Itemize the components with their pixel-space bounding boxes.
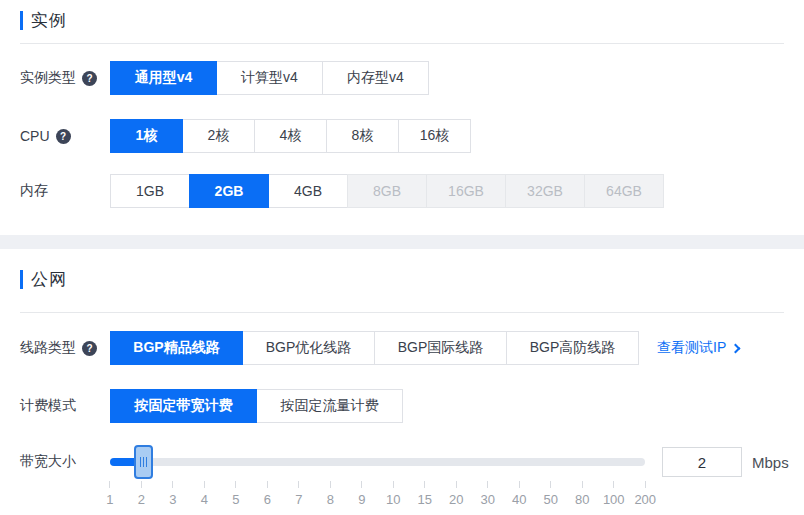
section-title-instance: 实例: [31, 9, 67, 32]
section-header-network: 公网: [20, 268, 804, 290]
option-button[interactable]: 16核: [398, 119, 471, 153]
divider: [20, 312, 784, 313]
tick: 40: [504, 481, 536, 507]
help-icon[interactable]: ?: [82, 341, 97, 356]
option-button[interactable]: 4核: [254, 119, 327, 153]
tick: 30: [472, 481, 504, 507]
option-button[interactable]: 1GB: [110, 174, 190, 208]
line-type-group: BGP精品线路BGP优化线路BGP国际线路BGP高防线路: [110, 331, 639, 365]
option-button[interactable]: BGP优化线路: [242, 331, 375, 365]
row-label-instance-type: 实例类型 ?: [20, 69, 110, 87]
row-instance-type: 实例类型 ? 通用型v4计算型v4内存型v4: [20, 61, 804, 95]
option-button[interactable]: 4GB: [268, 174, 348, 208]
section-accent-bar: [20, 270, 23, 289]
row-cpu: CPU ? 1核2核4核8核16核: [20, 119, 804, 153]
instance-type-group: 通用型v4计算型v4内存型v4: [110, 61, 429, 95]
option-button[interactable]: BGP精品线路: [110, 331, 243, 365]
option-button[interactable]: 2GB: [189, 174, 269, 208]
tick: 9: [346, 481, 378, 507]
memory-group: 1GB2GB4GB8GB16GB32GB64GB: [110, 174, 664, 208]
option-button[interactable]: BGP高防线路: [506, 331, 639, 365]
tick: 10: [378, 481, 410, 507]
tick: 100: [598, 481, 630, 507]
billing-mode-label: 计费模式: [20, 397, 76, 415]
option-button[interactable]: 通用型v4: [110, 61, 217, 95]
bandwidth-slider[interactable]: [110, 444, 645, 480]
view-test-ip-link[interactable]: 查看测试IP: [657, 339, 739, 357]
tick: 6: [252, 481, 284, 507]
tick: 50: [535, 481, 567, 507]
option-button[interactable]: BGP国际线路: [374, 331, 507, 365]
tick: 80: [567, 481, 599, 507]
row-label-billing-mode: 计费模式: [20, 397, 110, 415]
option-button[interactable]: 1核: [110, 119, 183, 153]
option-button: 32GB: [505, 174, 585, 208]
tick: 3: [157, 481, 189, 507]
row-label-line-type: 线路类型 ?: [20, 339, 110, 357]
tick: 200: [630, 481, 662, 507]
tick: 5: [220, 481, 252, 507]
cpu-group: 1核2核4核8核16核: [110, 119, 471, 153]
tick: 1: [94, 481, 126, 507]
bandwidth-tick-scale: 12345678910152030405080100200: [94, 481, 661, 507]
bandwidth-unit: Mbps: [752, 454, 789, 471]
instance-type-label: 实例类型: [20, 69, 76, 87]
tick: 2: [126, 481, 158, 507]
row-line-type: 线路类型 ? BGP精品线路BGP优化线路BGP国际线路BGP高防线路 查看测试…: [20, 331, 804, 365]
row-label-bandwidth: 带宽大小: [20, 453, 110, 471]
section-title-network: 公网: [31, 268, 67, 291]
divider: [20, 43, 784, 44]
cpu-label: CPU: [20, 128, 50, 144]
memory-label: 内存: [20, 182, 48, 200]
tick: 4: [189, 481, 221, 507]
section-accent-bar: [20, 11, 23, 30]
option-button[interactable]: 按固定流量计费: [256, 389, 403, 423]
slider-handle[interactable]: [134, 445, 153, 479]
bandwidth-label: 带宽大小: [20, 453, 76, 471]
option-button[interactable]: 计算型v4: [216, 61, 323, 95]
view-test-ip-label: 查看测试IP: [657, 339, 726, 357]
option-button[interactable]: 内存型v4: [322, 61, 429, 95]
row-memory: 内存 1GB2GB4GB8GB16GB32GB64GB: [20, 174, 804, 208]
tick: 7: [283, 481, 315, 507]
line-type-label: 线路类型: [20, 339, 76, 357]
row-label-cpu: CPU ?: [20, 128, 110, 144]
row-billing-mode: 计费模式 按固定带宽计费按固定流量计费: [20, 389, 804, 423]
tick: 15: [409, 481, 441, 507]
help-icon[interactable]: ?: [56, 129, 71, 144]
grip-icon: [143, 457, 144, 467]
option-button: 8GB: [347, 174, 427, 208]
row-label-memory: 内存: [20, 182, 110, 200]
option-button[interactable]: 2核: [182, 119, 255, 153]
chevron-right-icon: [731, 344, 741, 354]
option-button: 64GB: [584, 174, 664, 208]
help-icon[interactable]: ?: [82, 71, 97, 86]
option-button[interactable]: 8核: [326, 119, 399, 153]
tick: 8: [315, 481, 347, 507]
billing-mode-group: 按固定带宽计费按固定流量计费: [110, 389, 403, 423]
bandwidth-input[interactable]: [662, 447, 742, 477]
row-bandwidth: 带宽大小 Mbps: [20, 444, 804, 480]
slider-track[interactable]: [110, 458, 645, 466]
section-separator-band: [0, 235, 804, 249]
option-button: 16GB: [426, 174, 506, 208]
tick: 20: [441, 481, 473, 507]
section-header-instance: 实例: [20, 0, 804, 31]
option-button[interactable]: 按固定带宽计费: [110, 389, 257, 423]
